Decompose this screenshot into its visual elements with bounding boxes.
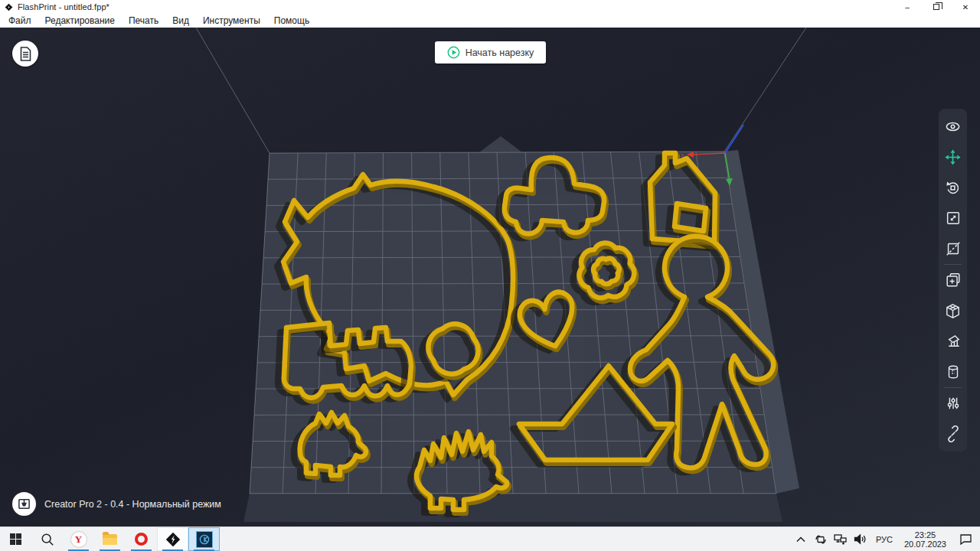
flashprint-taskbar-icon [165,532,181,547]
tray-language-indicator[interactable]: РУС [872,535,897,544]
build-volume-edge-right [724,28,806,152]
taskbar: Y [0,527,980,551]
adjust-sliders-icon[interactable] [939,388,967,419]
taskbar-search-button[interactable] [31,527,63,551]
rotate-tool-icon[interactable] [939,172,967,203]
model-box-icon[interactable] [939,295,967,326]
printer-icon [12,492,36,516]
tray-sync-app-icon[interactable] [812,527,829,551]
restore-icon [933,4,939,10]
start-slicing-button[interactable]: Начать нарезку [435,41,546,64]
status-bar: Creator Pro 2 - 0.4 - Нормальный режим [12,492,221,516]
printer-status-text: Creator Pro 2 - 0.4 - Нормальный режим [44,499,221,510]
tray-date: 20.07.2023 [904,540,946,549]
tray-chevron-up-icon[interactable] [792,527,809,551]
tool-rail [939,109,967,452]
restore-button[interactable] [922,0,951,14]
menu-tools[interactable]: Инструменты [196,14,267,28]
menu-file[interactable]: Файл [2,14,38,28]
menu-help[interactable]: Помощь [267,14,316,28]
yandex-icon: Y [71,532,87,547]
tower-tool-icon[interactable] [939,357,967,387]
taskbar-yandex-browser[interactable]: Y [63,527,94,551]
play-icon [447,46,460,59]
tray-time: 23:25 [915,530,936,540]
taskbar-cad-app[interactable] [188,527,220,551]
plate-front-marker [476,136,525,155]
menu-view[interactable]: Вид [165,14,196,28]
menu-bar: Файл Редактирование Печать Вид Инструмен… [0,14,980,28]
taskbar-file-explorer[interactable] [94,527,126,551]
move-tool-icon[interactable] [939,142,967,172]
duplicate-tool-icon[interactable] [939,265,967,295]
taskbar-opera[interactable] [126,527,157,551]
cad-app-icon [196,531,213,548]
view-eye-icon[interactable] [939,111,967,142]
taskbar-flashprint[interactable] [157,527,188,551]
opera-icon [135,533,148,546]
build-volume-edge-left [196,28,270,153]
plate-front-face [243,494,782,522]
flashprint-logo-icon [5,3,13,11]
new-project-button[interactable] [12,41,38,67]
scale-tool-icon[interactable] [939,203,967,233]
minimize-button[interactable]: – [893,0,922,14]
supports-tool-icon[interactable] [939,326,967,357]
action-center-icon[interactable] [954,527,977,551]
tray-clock[interactable]: 23:25 20.07.2023 [900,530,951,549]
link-tool-icon[interactable] [939,419,967,449]
cut-tool-icon[interactable] [939,233,967,264]
close-button[interactable]: ✕ [951,0,980,14]
window-title: FlashPrint - untitled.fpp* [18,2,109,11]
search-icon [41,533,54,546]
menu-print[interactable]: Печать [122,14,165,28]
title-bar: FlashPrint - untitled.fpp* – ✕ [0,0,980,14]
start-slicing-label: Начать нарезку [466,47,534,58]
start-button[interactable] [0,527,31,551]
menu-edit[interactable]: Редактирование [38,14,122,28]
document-icon [19,47,32,61]
viewport-3d[interactable]: x Начать нарезку [0,28,980,527]
tray-network-icon[interactable] [832,527,849,551]
folder-icon [103,534,117,545]
build-plate-scene[interactable]: x [0,28,980,527]
tray-volume-icon[interactable] [852,527,869,551]
system-tray: РУС 23:25 20.07.2023 [792,527,980,551]
windows-logo-icon [10,533,21,545]
